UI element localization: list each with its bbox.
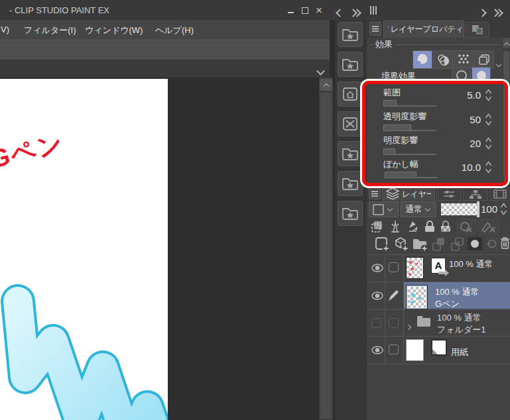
border-effect-icon [416,53,429,66]
dock-expand-right-icon[interactable] [492,7,502,19]
dock-drag-handle[interactable] [370,5,378,17]
spinner-icon[interactable] [485,160,492,174]
material-folder-none-icon[interactable] [338,111,363,136]
effect-layer-color-button[interactable] [474,50,494,69]
material-folder-star-icon[interactable] [338,141,363,166]
scroll-up-icon[interactable] [320,79,332,91]
transfer-to-layer-icon-disabled [432,236,446,252]
close-button[interactable]: × [314,6,324,15]
panel-scrollbar[interactable] [503,38,510,186]
material-folder-star-icon[interactable] [338,22,363,47]
list-divider [367,364,510,364]
blend-mode-dropdown[interactable]: 通常 [401,201,436,217]
palette-color-dropdown[interactable] [369,201,399,217]
panel-menu-button[interactable] [369,22,381,36]
visibility-eye-icon[interactable] [371,291,383,300]
dock-expand-left-icon[interactable] [350,7,360,19]
menu-item-view-partial[interactable]: V) [1,25,9,34]
scroll-up-icon[interactable] [503,38,510,48]
material-folder-home-icon[interactable] [338,81,363,107]
tab-label: レイヤープロパティ [391,24,464,35]
draft-layer-icon[interactable] [407,220,420,233]
layer-thumbnail[interactable] [406,339,424,361]
param-value[interactable]: 10.0 [450,162,481,173]
material-folder-star-icon[interactable] [338,171,363,196]
reference-layer-icon[interactable] [389,220,402,233]
layer-mask-icon [470,239,479,248]
layer-thumbnail-selected[interactable] [407,286,427,309]
tab-tool-property[interactable] [466,22,489,38]
new-folder-icon[interactable] [412,236,429,252]
minimize-button[interactable] [286,6,296,15]
param-value[interactable]: 5.0 [450,89,481,101]
opacity-slider-handle[interactable] [477,201,479,217]
minimize-icon [288,12,294,13]
collapse-chevron-icon[interactable] [318,65,324,77]
border-watercolor-button[interactable] [472,67,491,83]
tab-animation[interactable] [489,187,510,201]
layer-property-panel: レイヤープロパティ 効果 境界効果 範囲 5.0 透明度影響 50 [367,20,510,420]
spinner-icon[interactable] [485,113,492,127]
border-edge-button[interactable] [452,67,471,83]
scrollbar-thumb[interactable] [320,93,332,419]
layer-panel-menu-button[interactable] [369,187,381,199]
param-value[interactable]: 20 [450,138,481,149]
menu-item-window[interactable]: ウィンドウ(W) [85,25,143,36]
dock-scroll-right-icon[interactable] [479,7,485,19]
layer-name: Gペン [435,298,460,310]
mask-disabled-icon [460,221,474,233]
scrollbar-thumb[interactable] [503,51,509,181]
layer-checkbox[interactable] [389,262,399,272]
lock-icon[interactable] [424,220,436,233]
new-vector-layer-icon[interactable] [394,236,410,252]
tab-layer[interactable]: レイヤー [382,187,435,201]
effect-more-chevron-icon[interactable] [497,57,501,69]
layer-checkbox[interactable] [389,318,399,328]
screentone-icon [457,53,470,66]
spinner-icon[interactable] [485,88,492,102]
palette-color-icon [373,204,384,215]
node-tree-icon [469,189,482,199]
merge-down-icon-disabled [450,236,465,252]
param-slider[interactable] [383,148,436,155]
canvas-vertical-scrollbar[interactable] [319,78,333,420]
thumbnail-marks [408,287,426,307]
film-icon [493,189,507,199]
spinner-icon[interactable] [485,136,492,150]
border-effect-chevron-icon[interactable] [494,73,498,85]
param-slider[interactable] [383,100,436,107]
layer-thumbnail[interactable] [406,257,424,279]
menu-item-filter[interactable]: フィルター(I) [24,25,76,36]
opacity-slider[interactable] [441,203,478,215]
material-folder-star-icon[interactable] [338,201,363,226]
param-slider[interactable] [385,172,438,178]
visibility-eye-icon[interactable] [371,264,383,272]
expand-chevron-icon[interactable] [407,320,411,332]
spinner-icon[interactable] [500,202,507,216]
param-slider[interactable] [383,125,436,131]
canvas-area[interactable]: Gペン [0,78,335,420]
layer-checkbox[interactable] [389,344,399,354]
dock-scroll-left-icon[interactable] [337,7,343,19]
opacity-value[interactable]: 100 [481,203,497,215]
maximize-button[interactable] [300,6,310,15]
material-folder-star-icon[interactable] [338,52,363,77]
tab-layer-search[interactable] [436,187,462,201]
effect-screentone-button[interactable] [454,50,474,69]
canvas-page[interactable]: Gペン [0,79,168,420]
tab-layer-property[interactable]: レイヤープロパティ [383,21,464,38]
param-value[interactable]: 50 [450,114,481,125]
lock-transparent-pixels-icon[interactable] [440,220,452,233]
effect-border-button[interactable] [413,50,432,69]
panel-header: レイヤープロパティ [367,20,510,38]
clip-to-layer-below-icon[interactable] [371,220,384,233]
effect-tone-button[interactable] [433,50,453,69]
delete-layer-icon[interactable] [500,236,510,250]
new-raster-layer-icon[interactable] [375,236,391,252]
create-layer-mask-button[interactable] [468,237,482,250]
visibility-eye-icon[interactable] [371,346,383,354]
layer-visibility-off[interactable] [371,318,381,328]
tab-timeline[interactable] [463,187,488,201]
tone-effect-icon [436,53,450,66]
menu-item-help[interactable]: ヘルプ(H) [155,25,194,36]
